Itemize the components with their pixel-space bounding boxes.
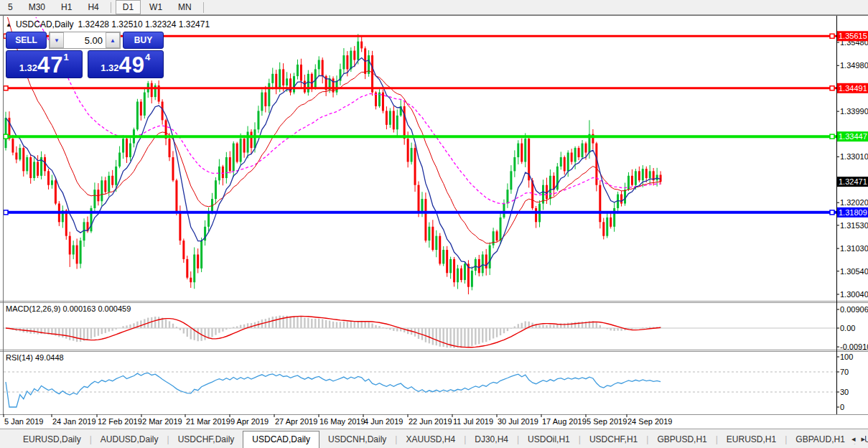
- timeframe-H4[interactable]: H4: [80, 0, 106, 14]
- timeframe-D1[interactable]: D1: [116, 0, 141, 14]
- tab-eurusd-daily[interactable]: EURUSD,Daily: [14, 431, 90, 448]
- svg-text:17 Aug 2019: 17 Aug 2019: [542, 417, 587, 426]
- svg-text:1.30540: 1.30540: [840, 267, 868, 276]
- tab-scroll-arrows: ◂ ▸: [847, 434, 865, 444]
- svg-text:11 Jul 2019: 11 Jul 2019: [453, 417, 493, 426]
- tab-eurusd-h1[interactable]: EURUSD,H1: [718, 431, 785, 448]
- svg-text:30 Jul 2019: 30 Jul 2019: [498, 417, 538, 426]
- chart-window: 1.354801.349801.339901.330101.320201.315…: [0, 15, 868, 428]
- timeframe-MN[interactable]: MN: [171, 0, 199, 14]
- svg-text:0.009062: 0.009062: [840, 305, 868, 314]
- chart-title: ▲ USDCAD,Daily 1.32428 1.32510 1.32324 1…: [6, 19, 210, 29]
- macd-pane-layer: [4, 316, 836, 348]
- tab-usdcad-daily[interactable]: USDCAD,Daily: [243, 431, 319, 448]
- volume-increase-button[interactable]: ▲: [106, 32, 120, 48]
- svg-text:1.31030: 1.31030: [840, 244, 868, 253]
- svg-text:0: 0: [840, 403, 844, 411]
- svg-text:22 Jun 2019: 22 Jun 2019: [409, 417, 452, 426]
- macd-label: MACD(12,26,9) 0.000163 0.000459: [6, 304, 131, 313]
- svg-text:27 Apr 2019: 27 Apr 2019: [275, 417, 317, 426]
- timeframe-toolbar: 5M30H1H4D1W1MN: [0, 0, 868, 15]
- volume-input[interactable]: [64, 32, 106, 48]
- svg-text:1.31809: 1.31809: [839, 208, 867, 217]
- svg-text:100: 100: [840, 353, 853, 361]
- buy-price-button[interactable]: 1.32 49 4: [88, 50, 164, 78]
- timeframe-W1[interactable]: W1: [142, 0, 169, 14]
- tab-dj30-h4[interactable]: DJ30,H4: [466, 431, 517, 448]
- sell-price-pip: 1: [64, 52, 69, 62]
- volume-control: ▼ ▲: [49, 32, 121, 49]
- tab-gbpusd-h1[interactable]: GBPUSD,H1: [648, 431, 715, 448]
- one-click-trade-panel: SELL ▼ ▲ BUY 1.32 47 1 1.32 49 4: [6, 32, 164, 78]
- collapse-arrow-icon[interactable]: ▲: [6, 22, 11, 28]
- svg-text:1.33990: 1.33990: [840, 107, 868, 116]
- svg-text:4 Jun 2019: 4 Jun 2019: [364, 417, 403, 426]
- toolbar-separator: [111, 2, 111, 13]
- svg-text:24 Sep 2019: 24 Sep 2019: [627, 417, 672, 426]
- svg-text:-0.009107: -0.009107: [840, 342, 868, 351]
- buy-price-prefix: 1.32: [101, 62, 118, 73]
- rsi-pane-layer: [4, 372, 836, 407]
- tab-usdcnh-daily[interactable]: USDCNH,Daily: [319, 431, 395, 448]
- tab-audusd-daily[interactable]: AUDUSD,Daily: [92, 431, 167, 448]
- svg-text:0.00: 0.00: [840, 324, 855, 332]
- symbol-period-label: USDCAD,Daily: [16, 19, 74, 29]
- svg-text:1.33010: 1.33010: [840, 152, 868, 161]
- sell-price-main: 47: [37, 55, 63, 76]
- volume-decrease-button[interactable]: ▼: [50, 32, 64, 48]
- buy-button[interactable]: BUY: [123, 32, 164, 49]
- svg-text:5 Sep 2019: 5 Sep 2019: [587, 417, 627, 426]
- svg-text:1.31530: 1.31530: [840, 221, 868, 230]
- svg-text:9 Apr 2019: 9 Apr 2019: [230, 417, 269, 426]
- svg-text:1.34491: 1.34491: [839, 84, 867, 93]
- tab-scroll-left-icon[interactable]: ◂: [851, 434, 856, 444]
- svg-text:12 Feb 2019: 12 Feb 2019: [98, 417, 142, 426]
- svg-text:70: 70: [840, 368, 849, 376]
- svg-text:1.32471: 1.32471: [839, 177, 867, 186]
- sell-price-button[interactable]: 1.32 47 1: [6, 50, 83, 78]
- buy-price-main: 49: [119, 55, 145, 76]
- svg-text:1.30040: 1.30040: [840, 290, 868, 299]
- svg-text:21 Mar 2019: 21 Mar 2019: [186, 417, 230, 426]
- symbol-tab-bar: EURUSD,Daily|AUDUSD,Daily|USDCHF,DailyUS…: [0, 429, 868, 448]
- ohlc-values: 1.32428 1.32510 1.32324 1.32471: [78, 19, 210, 29]
- svg-text:1.32020: 1.32020: [840, 198, 868, 207]
- svg-text:2 Mar 2019: 2 Mar 2019: [142, 417, 182, 426]
- toolbar-separator: [203, 2, 204, 13]
- sell-price-prefix: 1.32: [19, 62, 37, 73]
- svg-text:1.35615: 1.35615: [839, 32, 867, 40]
- tab-xauusd-h4[interactable]: XAUUSD,H4: [397, 431, 464, 448]
- svg-text:5 Jan 2019: 5 Jan 2019: [4, 417, 43, 426]
- timeframe-M30[interactable]: M30: [22, 0, 52, 14]
- sell-button[interactable]: SELL: [6, 32, 47, 49]
- buy-price-pip: 4: [145, 52, 150, 62]
- timeframe-H1[interactable]: H1: [54, 0, 79, 14]
- svg-text:30: 30: [840, 388, 849, 396]
- svg-text:24 Jan 2019: 24 Jan 2019: [52, 417, 96, 426]
- tab-usdchf-daily[interactable]: USDCHF,Daily: [169, 431, 243, 448]
- tab-gbpaud-h1[interactable]: GBPAUD,H1: [787, 431, 853, 448]
- tab-usdoil-h1[interactable]: USDOil,H1: [519, 431, 579, 448]
- timeframe-5[interactable]: 5: [1, 0, 20, 14]
- svg-text:1.33447: 1.33447: [839, 132, 867, 141]
- rsi-label: RSI(14) 49.0448: [6, 353, 64, 362]
- tab-usdchf-h1[interactable]: USDCHF,H1: [581, 431, 646, 448]
- svg-text:1.34980: 1.34980: [840, 61, 868, 70]
- tab-scroll-right-icon[interactable]: ▸: [861, 434, 865, 444]
- svg-text:16 May 2019: 16 May 2019: [319, 417, 365, 426]
